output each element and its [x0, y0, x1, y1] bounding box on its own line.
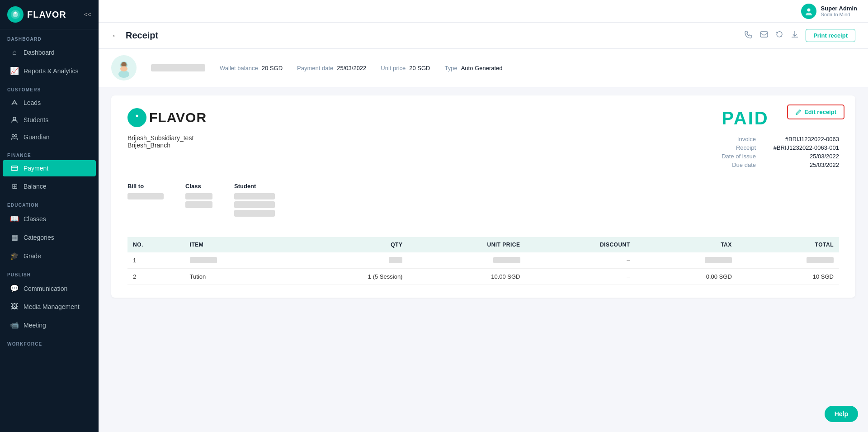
top-header: Super Admin Soda In Mind: [99, 0, 868, 23]
svg-point-5: [15, 135, 17, 137]
payment-icon: [10, 165, 19, 172]
logo-container: FLAVOR <<: [0, 0, 99, 29]
receipt-label: Receipt: [736, 144, 756, 151]
sidebar-item-leads[interactable]: Leads: [3, 95, 96, 111]
sidebar-item-label: Guardian: [24, 133, 50, 141]
svg-rect-6: [11, 166, 18, 171]
sidebar: FLAVOR << DASHBOARD ⌂ Dashboard 📈 Report…: [0, 0, 99, 432]
row1-discount: –: [526, 252, 636, 269]
grade-icon: 🎓: [10, 252, 19, 260]
receipt-value: #BRIJ1232022-0063-001: [767, 144, 839, 151]
receipt-header: ← Receipt Print receipt: [99, 23, 868, 49]
due-date-row: Due date 25/03/2022: [722, 161, 839, 168]
company-name2: Brijesh_Branch: [127, 142, 207, 149]
sidebar-item-label: Categories: [24, 234, 54, 241]
class-col: Class: [185, 183, 212, 218]
sidebar-item-guardian[interactable]: Guardian: [3, 129, 96, 145]
download-icon[interactable]: [790, 30, 799, 41]
class-value2: [185, 201, 212, 208]
col-item: ITEM: [184, 237, 286, 252]
guardian-icon: [10, 133, 19, 141]
sidebar-item-categories[interactable]: ▦ Categories: [3, 228, 96, 246]
sidebar-item-reports[interactable]: 📈 Reports & Analytics: [3, 62, 96, 80]
section-finance-label: FINANCE: [0, 146, 99, 160]
row2-item: Tution: [184, 269, 286, 285]
sidebar-item-label: Media Management: [24, 303, 80, 310]
row2-discount: –: [526, 269, 636, 285]
table-row: 1 –: [127, 252, 839, 269]
communication-icon: 💬: [10, 284, 19, 293]
sidebar-item-grade[interactable]: 🎓 Grade: [3, 247, 96, 265]
invoice-details: Invoice #BRIJ1232022-0063 Receipt #BRIJ1…: [722, 136, 839, 168]
receipt-logo-row: FLAVOR Brijesh_Subsidiary_test Brijesh_B…: [127, 108, 839, 170]
customer-bar: Wallet balance 20 SGD Payment date 25/03…: [99, 49, 868, 87]
sidebar-item-balance[interactable]: ⊞ Balance: [3, 177, 96, 195]
bill-to-col: Bill to: [127, 183, 164, 218]
sidebar-item-label: Classes: [24, 215, 46, 223]
bill-section: Bill to Class Student: [127, 183, 839, 226]
col-total: TOTAL: [737, 237, 839, 252]
type-value: Auto Generated: [461, 65, 503, 71]
phone-icon[interactable]: [744, 30, 753, 41]
receipt-title-row: ← Receipt: [111, 30, 158, 41]
row1-total: [737, 252, 839, 269]
edit-receipt-button[interactable]: Edit receipt: [787, 104, 844, 119]
class-label: Class: [185, 183, 212, 190]
back-button[interactable]: ←: [111, 30, 120, 41]
reports-icon: 📈: [10, 66, 19, 75]
sidebar-item-students[interactable]: Students: [3, 112, 96, 128]
sidebar-item-label: Grade: [24, 252, 41, 260]
row2-total: 10 SGD: [737, 269, 839, 285]
logo-icon: [7, 6, 24, 23]
print-receipt-button[interactable]: Print receipt: [806, 29, 855, 42]
receipt-row: Receipt #BRIJ1232022-0063-001: [722, 144, 839, 151]
sidebar-item-communication[interactable]: 💬 Communication: [3, 280, 96, 297]
type-label: Type: [445, 65, 458, 71]
section-customers-label: CUSTOMERS: [0, 80, 99, 94]
email-icon[interactable]: [760, 30, 769, 41]
leads-icon: [10, 99, 19, 106]
sidebar-item-dashboard[interactable]: ⌂ Dashboard: [3, 44, 96, 61]
bill-to-value: [127, 193, 164, 199]
payment-date-label: Payment date: [297, 65, 333, 71]
receipt-logo: FLAVOR: [127, 108, 207, 127]
col-qty: QTY: [286, 237, 408, 252]
sidebar-item-label: Dashboard: [24, 49, 55, 56]
receipt-table: NO. ITEM QTY UNIT PRICE DISCOUNT TAX TOT…: [127, 237, 839, 285]
user-info: Super Admin Soda In Mind: [801, 4, 857, 19]
sidebar-item-label: Reports & Analytics: [24, 67, 78, 75]
student-value1: [234, 193, 275, 199]
row1-item: [184, 252, 286, 269]
sidebar-item-media[interactable]: 🖼 Media Management: [3, 298, 96, 315]
sidebar-item-meeting[interactable]: 📹 Meeting: [3, 316, 96, 334]
date-of-issue-value: 25/03/2022: [767, 153, 839, 160]
user-name-org: Super Admin Soda In Mind: [821, 5, 857, 17]
bill-to-label: Bill to: [127, 183, 164, 190]
classes-icon: 📖: [10, 214, 19, 223]
row2-tax: 0.00 SGD: [636, 269, 737, 285]
type-info: Type Auto Generated: [445, 65, 503, 71]
customer-name-blurred: [151, 64, 205, 71]
media-icon: 🖼: [10, 303, 19, 311]
user-org: Soda In Mind: [821, 12, 857, 17]
refresh-icon[interactable]: [775, 30, 784, 41]
customer-name: [151, 64, 205, 71]
receipt-left: FLAVOR Brijesh_Subsidiary_test Brijesh_B…: [127, 108, 207, 149]
due-date-value: 25/03/2022: [767, 161, 839, 168]
row2-unit-price: 10.00 SGD: [408, 269, 525, 285]
sidebar-item-payment[interactable]: Payment: [3, 160, 96, 176]
receipt-body: Edit receipt FLAVOR: [111, 95, 855, 298]
svg-point-2: [14, 12, 17, 14]
company-name1: Brijesh_Subsidiary_test: [127, 134, 207, 142]
sidebar-item-label: Balance: [24, 183, 47, 190]
wallet-balance-label: Wallet balance: [220, 65, 258, 71]
row1-qty: [286, 252, 408, 269]
sidebar-item-label: Students: [24, 116, 48, 123]
due-date-label: Due date: [732, 161, 756, 168]
sidebar-item-classes[interactable]: 📖 Classes: [3, 210, 96, 228]
sidebar-item-label: Communication: [24, 285, 67, 292]
help-button[interactable]: Help: [825, 406, 858, 422]
svg-rect-9: [760, 32, 768, 37]
customer-avatar: [111, 55, 137, 81]
collapse-button[interactable]: <<: [84, 11, 91, 18]
